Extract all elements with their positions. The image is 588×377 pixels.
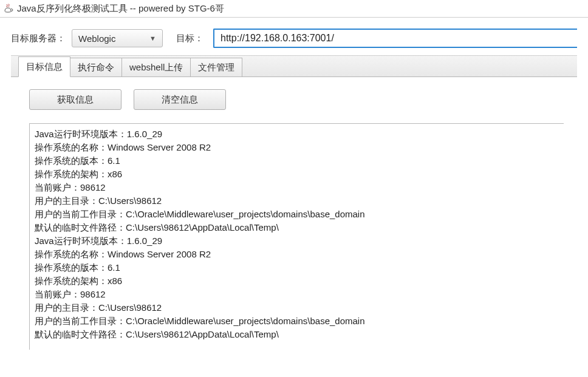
tabs-container: 目标信息执行命令webshell上传文件管理 获取信息 清空信息 Java运行时… [0,55,588,355]
server-label: 目标服务器： [11,33,66,44]
tab-1[interactable]: 执行命令 [70,58,122,76]
app-window: Java反序列化终极测试工具 -- powered by STG-6哥 目标服务… [0,0,588,355]
tab-0[interactable]: 目标信息 [18,56,70,77]
tab-label: webshell上传 [129,62,183,73]
tabs-bar: 目标信息执行命令webshell上传文件管理 [11,55,577,77]
action-row: 获取信息 清空信息 [29,89,564,110]
target-config-row: 目标服务器： Weblogic ▼ 目标： [0,18,588,55]
clear-info-button[interactable]: 清空信息 [134,89,226,110]
fetch-info-button[interactable]: 获取信息 [29,89,121,110]
server-type-value: Weblogic [78,33,149,44]
tab-label: 目标信息 [26,61,63,73]
target-url-input[interactable] [213,29,577,48]
java-coffee-icon [4,4,13,13]
clear-info-label: 清空信息 [162,94,198,106]
output-textarea[interactable]: Java运行时环境版本：1.6.0_29 操作系统的名称：Windows Ser… [29,123,564,350]
server-type-select[interactable]: Weblogic ▼ [72,29,163,47]
window-title: Java反序列化终极测试工具 -- powered by STG-6哥 [17,3,224,15]
tab-3[interactable]: 文件管理 [190,58,242,76]
tab-label: 文件管理 [198,62,234,73]
target-label: 目标： [176,33,203,44]
tab-label: 执行命令 [78,62,114,73]
tab-2[interactable]: webshell上传 [121,58,191,76]
tab-content-target-info: 获取信息 清空信息 Java运行时环境版本：1.6.0_29 操作系统的名称：W… [11,77,577,355]
fetch-info-label: 获取信息 [57,94,94,106]
titlebar[interactable]: Java反序列化终极测试工具 -- powered by STG-6哥 [0,0,588,18]
chevron-down-icon: ▼ [149,35,156,42]
